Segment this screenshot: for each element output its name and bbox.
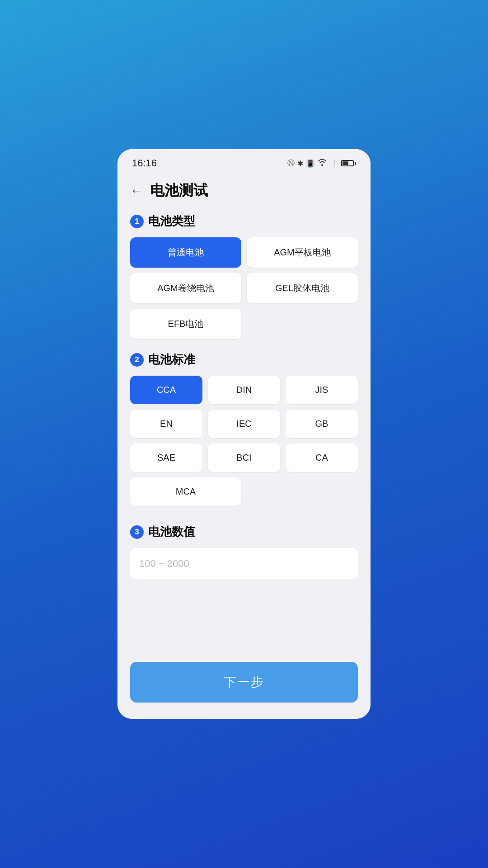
battery-standard-title: 电池标准: [148, 352, 195, 368]
btn-en[interactable]: EN: [130, 410, 202, 438]
standard-buttons: CCA DIN JIS EN IEC GB SAE BCI CA: [130, 376, 358, 511]
battery-value-title: 电池数值: [148, 524, 195, 540]
vibrate-icon: 📳: [306, 159, 315, 168]
battery-standard-section: 2 电池标准 CCA DIN JIS EN IEC GB: [130, 352, 358, 511]
battery-value-input[interactable]: [130, 548, 358, 580]
battery-standard-header: 2 电池标准: [130, 352, 358, 368]
battery-type-row-1: 普通电池 AGM平板电池: [130, 237, 358, 268]
battery-value-section: 3 电池数值: [130, 524, 358, 580]
battery-type-row-2: AGM卷绕电池 GEL胶体电池: [130, 273, 358, 303]
battery-type-row-3: EFB电池: [130, 309, 358, 339]
btn-ca[interactable]: CA: [286, 443, 358, 472]
battery-type-header: 1 电池类型: [130, 213, 358, 229]
battery-type-section: 1 电池类型 普通电池 AGM平板电池 AGM卷绕电池 GEL胶体电池 EFB电…: [130, 213, 358, 339]
btn-agm-roll-battery[interactable]: AGM卷绕电池: [130, 273, 241, 303]
btn-iec[interactable]: IEC: [208, 410, 280, 438]
nfc-icon: Ⓝ: [287, 159, 295, 168]
section-number-3: 3: [130, 525, 144, 539]
status-time: 16:16: [132, 157, 157, 169]
btn-gb[interactable]: GB: [286, 410, 358, 438]
btn-sae[interactable]: SAE: [130, 443, 202, 472]
btn-din[interactable]: DIN: [208, 376, 280, 404]
bluetooth-icon: ✱: [297, 159, 303, 168]
phone-card: 16:16 Ⓝ ✱ 📳 ❕ ← 电池测试: [117, 149, 371, 719]
back-button[interactable]: ←: [130, 184, 143, 197]
btn-agm-flat-battery[interactable]: AGM平板电池: [247, 237, 358, 268]
alert-icon: ❕: [329, 159, 338, 168]
content: 1 电池类型 普通电池 AGM平板电池 AGM卷绕电池 GEL胶体电池 EFB电…: [117, 210, 371, 653]
section-number-2: 2: [130, 353, 144, 367]
btn-gel-battery[interactable]: GEL胶体电池: [247, 273, 358, 303]
section-number-1: 1: [130, 215, 144, 228]
header: ← 电池测试: [117, 174, 371, 210]
btn-mca[interactable]: MCA: [130, 477, 241, 506]
btn-normal-battery[interactable]: 普通电池: [130, 237, 241, 268]
btn-jis[interactable]: JIS: [286, 376, 358, 404]
standard-row-1: CCA DIN JIS: [130, 376, 358, 404]
status-bar: 16:16 Ⓝ ✱ 📳 ❕: [117, 149, 371, 174]
battery-value-header: 3 电池数值: [130, 524, 358, 540]
footer: 下一步: [117, 653, 371, 719]
btn-cca[interactable]: CCA: [130, 376, 202, 404]
btn-efb-battery[interactable]: EFB电池: [130, 309, 241, 339]
status-icons: Ⓝ ✱ 📳 ❕: [287, 159, 356, 168]
standard-row-2: EN IEC GB: [130, 410, 358, 438]
battery-icon: [341, 160, 356, 166]
standard-row-3: SAE BCI CA: [130, 443, 358, 472]
standard-row-4: MCA: [130, 477, 358, 506]
battery-type-title: 电池类型: [148, 213, 195, 229]
page-title: 电池测试: [150, 181, 208, 201]
btn-bci[interactable]: BCI: [208, 443, 280, 472]
next-button[interactable]: 下一步: [130, 662, 358, 703]
wifi-icon: [318, 159, 327, 168]
